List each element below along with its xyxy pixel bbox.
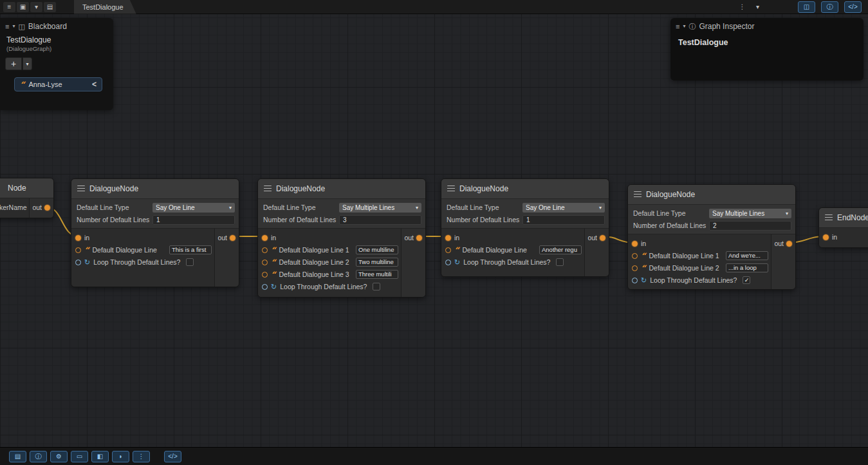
blackboard-add-row: + ▾ (0, 53, 113, 70)
out-port[interactable] (416, 235, 422, 241)
bool-port[interactable] (632, 278, 638, 283)
save-icon[interactable]: ▣ (17, 2, 29, 12)
node-title-bar[interactable]: Node (0, 178, 53, 198)
dialogue-line-field[interactable]: ...in a loop (726, 263, 768, 272)
port-label: in (454, 234, 459, 242)
out-port[interactable] (230, 235, 235, 241)
string-port[interactable] (632, 253, 638, 259)
bool-port[interactable] (75, 260, 81, 265)
dialogue-line-field[interactable]: Two multiline (356, 258, 398, 267)
out-port[interactable] (44, 205, 50, 211)
node-title-label: EndNode (837, 213, 868, 222)
hamburger-menu-icon[interactable]: ≡ (5, 23, 9, 30)
add-property-caret-icon[interactable]: ▾ (23, 57, 32, 70)
string-port[interactable] (445, 247, 451, 253)
menu-icon[interactable]: ≡ (3, 2, 15, 12)
collapse-caret-icon[interactable]: ▾ (683, 24, 685, 29)
window-icon-button[interactable]: ▭ (71, 451, 88, 462)
number-field[interactable]: 3 (339, 215, 421, 225)
kebab-menu-icon[interactable]: ⋮ (736, 2, 748, 12)
number-field[interactable]: 2 (709, 221, 791, 231)
node-title-bar[interactable]: DialogueNode (71, 179, 239, 198)
node-title-label: DialogueNode (646, 190, 695, 199)
string-port[interactable] (262, 272, 268, 278)
folder-icon[interactable]: ▤ (44, 2, 56, 12)
list-icon-button[interactable]: ▤ (9, 451, 26, 462)
blackboard-title: Blackboard (28, 22, 67, 31)
bool-port[interactable] (262, 284, 268, 290)
bool-port[interactable] (445, 260, 451, 265)
hamburger-menu-icon[interactable]: ≡ (676, 23, 679, 30)
enum-dropdown[interactable]: Say One Line▾ (522, 203, 605, 213)
string-port[interactable] (632, 265, 638, 271)
port-label: Default Dialogue Line (92, 246, 156, 254)
node-properties: Default Line TypeSay One Line▾Number of … (71, 198, 239, 228)
blackboard-field-row[interactable]: “ Anna-Lyse < (14, 77, 102, 91)
dialogue-line-field[interactable]: And we're... (726, 251, 768, 260)
port-row: kerName (0, 202, 29, 213)
in-port[interactable] (75, 235, 81, 241)
dialogue-line-field[interactable]: This is a first (169, 245, 212, 254)
loop-checkbox[interactable] (556, 258, 564, 266)
in-port[interactable] (445, 235, 451, 241)
property-row: Number of Default Lines1 (75, 214, 235, 225)
collapse-caret-icon[interactable]: ▾ (12, 24, 15, 29)
out-port[interactable] (786, 241, 792, 247)
collapse-chevron-icon[interactable]: < (92, 80, 97, 89)
dialogue-line-field[interactable]: Three multili (356, 270, 398, 279)
dialogue-node-2[interactable]: DialogueNodeDefault Line TypeSay Multipl… (257, 178, 426, 298)
node-title-bar[interactable]: DialogueNode (258, 179, 425, 198)
enum-dropdown[interactable]: Say Multiple Lines▾ (339, 203, 421, 213)
blackboard-toggle-button[interactable]: ◫ (798, 1, 815, 13)
enum-dropdown[interactable]: Say Multiple Lines▾ (709, 209, 791, 218)
speaker-node-partial[interactable]: NodekerNameout (0, 178, 54, 218)
gear-icon-button[interactable]: ⚙ (50, 451, 68, 462)
port-row: in (71, 232, 214, 243)
port-row: “Default Dialogue Line 1One multiline (258, 245, 401, 255)
graph-inspector-toggle-button[interactable]: ⓘ (821, 1, 838, 13)
save-options-caret-icon[interactable]: ▾ (30, 2, 42, 12)
loop-checkbox[interactable] (186, 258, 194, 266)
string-port[interactable] (75, 247, 81, 253)
split-panel-icon-button[interactable]: ◧ (91, 451, 109, 462)
in-port[interactable] (632, 241, 638, 247)
in-port[interactable] (262, 235, 268, 241)
property-row: Default Line TypeSay Multiple Lines▾ (262, 202, 421, 213)
quote-icon: “ (641, 264, 645, 272)
dialogue-line-field[interactable]: Another regu (539, 245, 582, 254)
in-port[interactable] (823, 234, 829, 240)
blackboard-header: ≡ ▾ ◫ Blackboard (0, 18, 113, 33)
toolbar-options-caret-icon[interactable]: ▾ (752, 2, 764, 12)
port-row: “Default Dialogue Line 2Two multiline (258, 257, 401, 267)
node-title-bar[interactable]: DialogueNode (628, 185, 795, 204)
node-title-bar[interactable]: EndNode (819, 208, 868, 227)
code-view-toggle-button[interactable]: </> (844, 1, 862, 13)
ports-section: kerNameout (0, 198, 53, 218)
enum-dropdown[interactable]: Say One Line▾ (152, 203, 235, 213)
asset-tab[interactable]: TestDialogue (74, 0, 136, 14)
output-ports-column: out (29, 198, 53, 218)
end-node[interactable]: EndNodein (818, 207, 868, 248)
number-field[interactable]: 1 (522, 215, 605, 225)
code-icon-button[interactable]: </> (164, 451, 181, 462)
string-port[interactable] (262, 247, 268, 253)
dialogue-icon-button[interactable]: ◗ (112, 451, 129, 462)
info-icon-button[interactable]: ⓘ (30, 451, 47, 462)
loop-checkbox[interactable] (373, 283, 380, 290)
out-port[interactable] (600, 235, 605, 241)
port-row: ↻Loop Through Default Lines? (441, 257, 584, 267)
quote-icon: “ (641, 252, 645, 260)
input-ports-column: kerName (0, 198, 29, 218)
dialogue-node-4[interactable]: DialogueNodeDefault Line TypeSay Multipl… (627, 184, 796, 290)
dialogue-node-1[interactable]: DialogueNodeDefault Line TypeSay One Lin… (71, 178, 239, 287)
dialogue-node-3[interactable]: DialogueNodeDefault Line TypeSay One Lin… (441, 178, 609, 277)
dialogue-line-field[interactable]: One multiline (356, 245, 398, 254)
loop-checkbox[interactable]: ✓ (743, 276, 750, 284)
input-ports-column: in“Default Dialogue Line 1One multiline“… (258, 229, 401, 297)
add-property-button[interactable]: + (5, 57, 22, 70)
number-field[interactable]: 1 (152, 215, 235, 225)
node-title-bar[interactable]: DialogueNode (441, 179, 609, 198)
string-port[interactable] (262, 260, 268, 265)
dropdown-value: Say Multiple Lines (712, 210, 786, 217)
more-icon-button[interactable]: ⋮ (133, 451, 150, 462)
